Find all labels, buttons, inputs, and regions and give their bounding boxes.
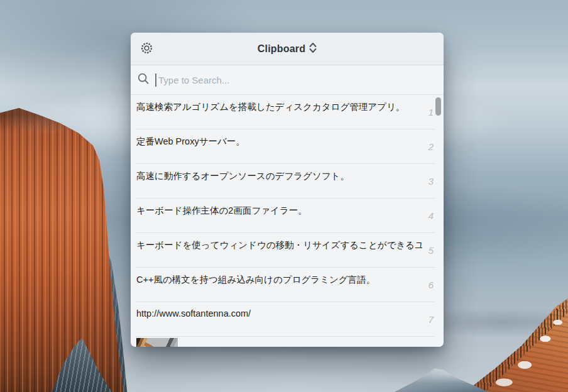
item-index: 1 (428, 107, 434, 118)
item-text: 定番Web Proxyサーバー。 (136, 136, 245, 148)
clipboard-window: Clipboard 高速検索アルゴリズムを搭 (131, 33, 444, 347)
desktop: Clipboard 高速検索アルゴリズムを搭 (0, 0, 568, 392)
item-index: 2 (428, 141, 434, 153)
titlebar: Clipboard (131, 33, 444, 65)
snowy-peak (395, 368, 489, 392)
scrollbar-thumb[interactable] (435, 97, 441, 116)
window-title: Clipboard (258, 43, 305, 55)
dark-rock-spire (52, 338, 112, 392)
item-index: 3 (428, 176, 434, 187)
title-selector[interactable]: Clipboard (131, 33, 444, 65)
snow-patches (465, 295, 568, 392)
clipboard-item-row[interactable] (131, 337, 444, 347)
item-text: C++風の構文を持つ組み込み向けのプログラミング言語。 (136, 274, 375, 286)
item-text: キーボード操作主体の2画面ファイラー。 (136, 205, 307, 217)
clipboard-item-row[interactable]: 定番Web Proxyサーバー。 2 (131, 129, 444, 164)
magnifier-icon (137, 72, 150, 88)
sunlit-mountain-slope (465, 295, 568, 392)
item-index: 4 (428, 210, 434, 222)
clipboard-item-row[interactable]: C++風の構文を持つ組み込み向けのプログラミング言語。 6 (131, 268, 444, 302)
treeline (465, 295, 568, 392)
clipboard-item-row[interactable]: http://www.softantenna.com/ 7 (131, 302, 444, 337)
gear-icon (140, 41, 153, 57)
cliff-ridge (0, 106, 126, 392)
item-text: 高速検索アルゴリズムを搭載したディスクカタログ管理アプリ。 (136, 101, 405, 113)
item-text: 高速に動作するオープンソースのデフラグソフト。 (136, 170, 349, 182)
item-index: 6 (428, 280, 434, 291)
text-cursor (155, 74, 156, 87)
clipboard-item-row[interactable]: 高速に動作するオープンソースのデフラグソフト。 3 (131, 164, 444, 199)
item-index: 7 (428, 314, 434, 325)
item-text: http://www.softantenna.com/ (136, 308, 251, 318)
clipboard-history-list: 高速検索アルゴリズムを搭載したディスクカタログ管理アプリ。 1 定番Web Pr… (131, 95, 444, 347)
clipboard-item-row[interactable]: 高速検索アルゴリズムを搭載したディスクカタログ管理アプリ。 1 (131, 95, 444, 129)
item-index: 5 (428, 245, 434, 256)
clipboard-item-row[interactable]: キーボードを使ってウィンドウの移動・リサイズすることができるユーテ... 5 (131, 233, 444, 268)
item-text: キーボードを使ってウィンドウの移動・リサイズすることができるユーテ... (136, 239, 422, 251)
clipboard-item-row[interactable]: キーボード操作主体の2画面ファイラー。 4 (131, 199, 444, 233)
search-input[interactable] (157, 75, 437, 85)
cliff-striations (0, 106, 126, 392)
gray-rock-face (88, 229, 132, 392)
image-thumbnail (136, 338, 178, 347)
el-capitan-cliff (0, 106, 126, 392)
up-down-chevron-icon (309, 42, 317, 56)
search-bar (131, 65, 444, 95)
settings-button[interactable] (138, 41, 155, 57)
